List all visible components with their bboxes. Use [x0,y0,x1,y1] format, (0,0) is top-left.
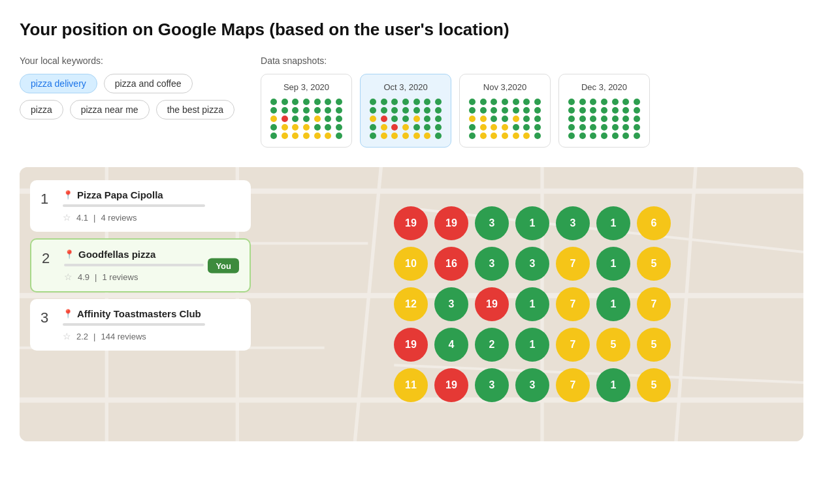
dot-24 [601,124,607,131]
dot-21 [370,124,376,131]
dot-11 [413,107,420,114]
dot-5 [325,99,331,105]
dot-26 [523,124,530,131]
dot-30 [391,133,398,139]
listing-item-1[interactable]: 2📍Goodfellas pizza☆4.9|1 reviewsYou [30,238,251,292]
snapshot-card-1[interactable]: Oct 3, 2020 [360,74,451,148]
rank-circle-1-0: 10 [394,247,428,281]
listing-item-2[interactable]: 3📍Affinity Toastmasters Club☆2.2|144 rev… [30,299,251,351]
listing-rank-2: 3 [40,309,54,326]
snapshots-section: Data snapshots: Sep 3, 2020Oct 3, 2020No… [261,55,803,148]
dot-34 [336,133,342,139]
dot-23 [491,124,497,131]
rank-circle-0-6: 6 [637,206,671,240]
dot-28 [270,133,277,139]
rank-circle-1-3: 3 [515,247,549,281]
dot-8 [282,107,288,114]
rank-circle-1-1: 16 [434,247,468,281]
listing-meta-2: ☆2.2|144 reviews [63,331,240,341]
dot-22 [381,124,387,131]
snapshot-dot-grid-1 [368,99,443,139]
dot-14 [469,116,476,122]
rank-circle-3-4: 7 [556,328,590,362]
dot-15 [282,116,288,122]
rank-circle-0-5: 1 [596,206,630,240]
dot-32 [513,133,519,139]
dot-16 [391,116,398,122]
dot-1 [282,99,288,105]
dot-5 [424,99,430,105]
dot-8 [381,107,387,114]
rank-circle-3-5: 5 [596,328,630,362]
keyword-chip-the-best-pizza[interactable]: the best pizza [156,100,234,119]
page-title: Your position on Google Maps (based on t… [20,20,803,40]
dot-6 [435,99,442,105]
dot-31 [601,133,607,139]
dot-24 [502,124,508,131]
dot-12 [325,107,331,114]
listing-rating-2: 2.2 [76,332,88,341]
dot-9 [292,107,299,114]
rank-circle-3-2: 2 [475,328,509,362]
rank-circle-1-4: 7 [556,247,590,281]
dot-28 [568,133,575,139]
dot-4 [314,99,321,105]
dot-3 [402,99,409,105]
pin-icon-1: 📍 [64,249,74,259]
keyword-chip-pizza-and-coffee[interactable]: pizza and coffee [104,74,193,93]
dot-27 [634,124,640,131]
star-icon-2: ☆ [63,331,71,341]
dot-14 [270,116,277,122]
snapshot-card-2[interactable]: Nov 3,2020 [459,74,551,148]
rank-circle-2-5: 1 [596,287,630,321]
dot-10 [601,107,607,114]
dot-32 [314,133,321,139]
dot-9 [491,107,497,114]
dot-29 [282,133,288,139]
rank-circle-3-3: 1 [515,328,549,362]
listing-bar-0 [63,204,205,207]
dot-28 [469,133,476,139]
dot-25 [314,124,321,131]
dot-6 [336,99,342,105]
dot-24 [402,124,409,131]
dot-29 [480,133,487,139]
keyword-chip-pizza-delivery[interactable]: pizza delivery [20,74,97,93]
dot-18 [314,116,321,122]
dot-27 [435,124,442,131]
rank-circle-4-3: 3 [515,368,549,402]
rank-circle-0-0: 19 [394,206,428,240]
listing-item-0[interactable]: 1📍Pizza Papa Cipolla☆4.1|4 reviews [30,180,251,232]
dot-24 [303,124,310,131]
dot-3 [601,99,607,105]
dot-12 [424,107,430,114]
dot-19 [523,116,530,122]
dot-17 [502,116,508,122]
dot-12 [523,107,530,114]
dot-2 [590,99,596,105]
dot-0 [270,99,277,105]
star-icon-1: ☆ [64,272,73,282]
dot-34 [435,133,442,139]
dot-15 [381,116,387,122]
keyword-chip-pizza[interactable]: pizza [20,100,63,119]
dot-26 [424,124,430,131]
dot-32 [413,133,420,139]
dot-1 [480,99,487,105]
dot-18 [413,116,420,122]
dot-22 [480,124,487,131]
dot-19 [424,116,430,122]
snapshot-card-3[interactable]: Dec 3, 2020 [558,74,650,148]
dot-7 [469,107,476,114]
snapshot-card-0[interactable]: Sep 3, 2020 [261,74,352,148]
keyword-chip-pizza-near-me[interactable]: pizza near me [70,100,150,119]
dot-25 [612,124,619,131]
dot-19 [325,116,331,122]
dot-30 [491,133,497,139]
snapshot-dot-grid-2 [468,99,542,139]
rank-circle-3-6: 5 [637,328,671,362]
dot-32 [612,133,619,139]
dot-0 [568,99,575,105]
dot-22 [282,124,288,131]
dot-34 [634,133,640,139]
